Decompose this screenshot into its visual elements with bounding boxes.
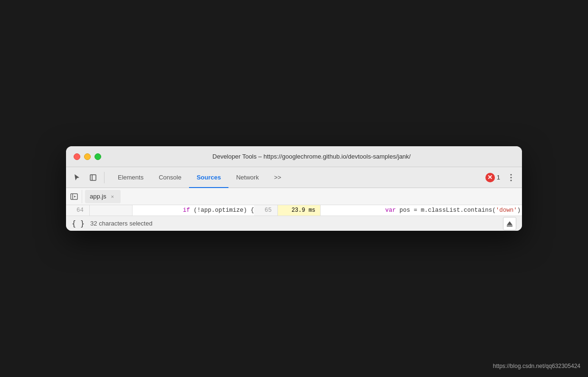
scroll-to-top-button[interactable] xyxy=(503,217,516,230)
cursor-icon[interactable] xyxy=(70,170,84,185)
toolbar-right: ✕ 1 xyxy=(485,170,518,185)
main-tab-bar: Elements Console Sources Network >> ✕ 1 xyxy=(66,167,522,188)
line-number: 65 xyxy=(254,205,278,216)
table-row: 64 if (!app.optimize) { xyxy=(66,205,254,216)
file-tab-bar: app.js × xyxy=(66,188,522,205)
line-number: 64 xyxy=(66,205,90,216)
file-tab-name: app.js xyxy=(90,193,106,200)
svg-point-4 xyxy=(511,179,512,181)
svg-rect-9 xyxy=(507,226,512,226)
svg-point-2 xyxy=(511,174,512,175)
tab-console[interactable]: Console xyxy=(151,167,189,188)
table-row: 6523.9 ms var pos = m.classList.contains… xyxy=(254,205,522,216)
close-button[interactable] xyxy=(74,153,80,160)
status-bar-right xyxy=(503,217,516,230)
watermark: https://blog.csdn.net/qq632305424 xyxy=(493,363,580,369)
code-editor[interactable]: 64 if (!app.optimize) {6523.9 ms var pos… xyxy=(66,205,522,216)
title-bar: Developer Tools – https://googlechrome.g… xyxy=(66,146,522,167)
dock-icon[interactable] xyxy=(86,170,100,185)
window-title: Developer Tools – https://googlechrome.g… xyxy=(109,153,514,160)
maximize-button[interactable] xyxy=(95,153,101,160)
code-text[interactable]: if (!app.optimize) { xyxy=(133,205,254,216)
timing-value: 23.9 ms xyxy=(278,205,321,216)
svg-point-3 xyxy=(511,177,512,178)
file-tab-close-icon[interactable]: × xyxy=(109,193,116,200)
file-navigator-toggle[interactable] xyxy=(68,190,82,203)
divider xyxy=(104,172,104,183)
svg-marker-8 xyxy=(507,221,512,225)
minimize-button[interactable] xyxy=(84,153,91,160)
code-content: 64 if (!app.optimize) {6523.9 ms var pos… xyxy=(66,205,522,216)
status-message: 32 characters selected xyxy=(90,220,152,227)
timing-value xyxy=(90,205,133,216)
error-badge[interactable]: ✕ 1 xyxy=(485,173,500,182)
tab-network[interactable]: Network xyxy=(228,167,266,188)
tab-elements[interactable]: Elements xyxy=(110,167,151,188)
toolbar-left xyxy=(70,170,106,185)
file-tab-appjs[interactable]: app.js × xyxy=(85,190,121,203)
devtools-window: Developer Tools – https://googlechrome.g… xyxy=(66,146,522,231)
error-icon: ✕ xyxy=(485,173,495,182)
tab-sources[interactable]: Sources xyxy=(189,167,228,188)
svg-marker-7 xyxy=(74,196,76,198)
tab-more[interactable]: >> xyxy=(266,167,289,188)
code-text[interactable]: var pos = m.classList.contains('down') ? xyxy=(321,205,522,216)
more-options-icon[interactable] xyxy=(504,170,518,185)
traffic-lights xyxy=(74,153,101,160)
pretty-print-icon[interactable]: { } xyxy=(72,219,85,228)
svg-rect-0 xyxy=(90,175,96,180)
status-bar: { } 32 characters selected xyxy=(66,216,522,231)
